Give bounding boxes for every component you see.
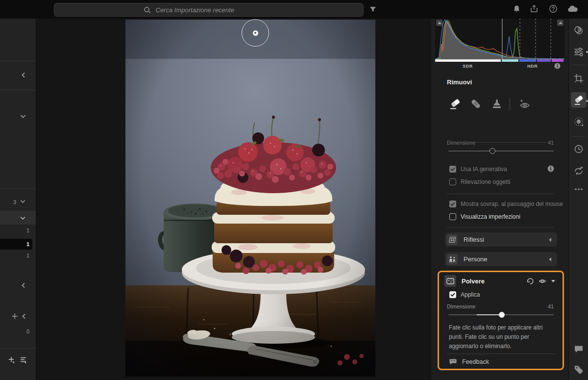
crop-tool-icon[interactable] — [571, 71, 587, 86]
dust-title: Polvere — [462, 278, 485, 285]
caret-left-icon[interactable] — [549, 257, 551, 261]
comments-bubble-icon[interactable] — [571, 341, 587, 357]
share-icon[interactable] — [530, 4, 539, 13]
light-sliders-icon[interactable] — [571, 44, 587, 60]
collapse-section-icon[interactable] — [20, 72, 27, 78]
dust-eye-icon[interactable] — [539, 278, 546, 284]
checkbox-checked-icon[interactable] — [449, 166, 456, 173]
dust-size-label: Dimensione — [447, 304, 475, 309]
visualize-spots-row[interactable]: Visualizza imperfezioni — [449, 213, 520, 221]
divider — [0, 348, 36, 349]
cloud-sync-icon[interactable] — [567, 5, 578, 13]
divider — [0, 61, 36, 61]
collapse-section-icon[interactable] — [21, 313, 27, 320]
search-input[interactable] — [155, 6, 274, 14]
topbar — [0, 0, 588, 19]
edited-indicator-dot — [586, 100, 588, 102]
lightroom-app: 3 1 1 1 0 — [0, 0, 588, 380]
photo-svg — [125, 20, 375, 377]
album-count: 1 — [26, 228, 29, 233]
filter-icon[interactable] — [369, 5, 377, 13]
more-options-icon[interactable] — [571, 181, 587, 197]
checkbox-unchecked-icon[interactable] — [449, 213, 456, 220]
divider — [447, 354, 556, 354]
dust-collapse-caret-icon[interactable] — [551, 280, 555, 282]
album-count: 1 — [26, 253, 29, 258]
sort-options-icon[interactable] — [20, 356, 28, 365]
histogram[interactable]: SDR HDR — [435, 19, 564, 59]
collapse-section-icon[interactable] — [20, 282, 27, 289]
size-slider[interactable] — [448, 151, 554, 152]
use-generative-ai-row[interactable]: Usa IA generativa — [449, 165, 507, 173]
clone-stamp-tool-button[interactable] — [491, 98, 503, 110]
feedback-label: Feedback — [462, 358, 489, 365]
history-clock-icon[interactable] — [571, 141, 587, 157]
help-icon[interactable] — [549, 4, 558, 13]
hdr-info-icon[interactable] — [554, 63, 561, 69]
eraser-tool-button[interactable] — [449, 98, 462, 110]
album-row[interactable] — [0, 211, 36, 225]
hdr-range-segment-4 — [552, 59, 564, 62]
dust-hint-text: Fate clic sulla foto per applicare altri… — [449, 323, 554, 351]
chevron-down-icon[interactable] — [20, 198, 26, 204]
brush-cursor — [242, 19, 269, 47]
photo[interactable] — [125, 20, 375, 377]
search-box[interactable] — [54, 3, 364, 17]
masking-tool-icon[interactable] — [571, 114, 587, 129]
heal-bandaid-tool-button[interactable] — [470, 98, 482, 110]
caret-left-icon[interactable] — [549, 238, 551, 242]
remove-tool-icon-active[interactable] — [571, 92, 587, 108]
histogram-collapse-left-button[interactable] — [436, 20, 442, 26]
edit-adjustments-icon[interactable] — [571, 23, 587, 38]
album-row-selected[interactable]: 1 — [0, 239, 32, 250]
reflections-row[interactable]: Riflessi — [445, 232, 557, 247]
red-eye-tool-button[interactable] — [518, 98, 531, 111]
versions-sync-icon[interactable] — [571, 163, 587, 179]
divider — [0, 188, 36, 189]
notifications-bell-icon[interactable] — [513, 5, 521, 13]
hdr-label: HDR — [527, 64, 538, 69]
feedback-bubble-icon — [449, 358, 457, 365]
object-detection-label: Rilevazione oggetti — [461, 178, 510, 185]
object-detection-row[interactable]: Rilevazione oggetti — [449, 178, 510, 186]
divider — [0, 90, 36, 90]
histogram-collapse-right-button[interactable] — [557, 20, 564, 26]
info-icon[interactable] — [547, 165, 554, 172]
divider — [572, 65, 585, 65]
search-icon — [144, 6, 151, 14]
dust-slider-fill — [477, 314, 502, 315]
brush-cursor-center-dot — [253, 30, 258, 36]
remove-section-title: Rimuovi — [447, 78, 472, 86]
sdr-label: SDR — [463, 64, 473, 69]
left-rail: 3 1 1 1 0 — [0, 19, 36, 380]
apply-label: Applica — [461, 291, 480, 298]
checkbox-unchecked-icon[interactable] — [449, 178, 456, 185]
size-value: 41 — [548, 140, 554, 146]
dust-undo-icon[interactable] — [526, 278, 534, 285]
dust-slider-knob[interactable] — [499, 312, 505, 318]
sdr-hdr-range-strip — [435, 59, 564, 62]
hdr-range-segment-1 — [502, 59, 518, 62]
checkbox-checked-icon[interactable] — [449, 291, 456, 298]
show-overlay-label: Mostra sovrap. al passaggio del mouse — [461, 201, 563, 207]
hdr-range-segment-3 — [537, 59, 551, 62]
sdr-range-segment — [435, 59, 501, 62]
checkbox-checked-icon[interactable] — [449, 201, 456, 207]
size-slider-knob[interactable] — [490, 148, 495, 154]
tools-divider — [510, 98, 510, 111]
dust-size-slider[interactable] — [448, 314, 554, 315]
add-icon[interactable] — [11, 313, 18, 320]
keywords-tag-icon[interactable] — [571, 362, 587, 378]
divider — [447, 227, 554, 228]
people-icon — [447, 254, 458, 265]
edit-panel: SDR HDR Rimuovi Dimensione — [431, 19, 568, 380]
expand-section-icon[interactable] — [20, 113, 26, 120]
show-overlay-row[interactable]: Mostra sovrap. al passaggio del mouse — [449, 200, 563, 208]
feedback-button[interactable]: Feedback — [449, 358, 489, 365]
apply-row[interactable]: Applica — [449, 291, 480, 299]
reflections-icon — [447, 234, 458, 245]
add-album-icon[interactable] — [8, 356, 17, 365]
reflections-label: Riflessi — [464, 236, 549, 243]
people-row[interactable]: Persone — [445, 252, 557, 266]
chevron-down-icon[interactable] — [20, 215, 26, 221]
